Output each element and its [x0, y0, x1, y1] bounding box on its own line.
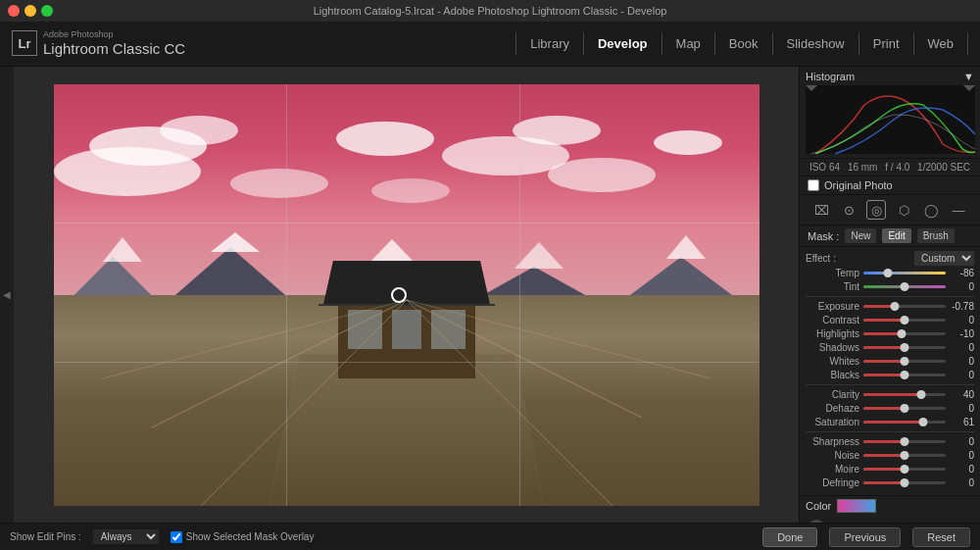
nav-develop[interactable]: Develop: [584, 32, 662, 55]
sharpness-value: 0: [950, 436, 974, 447]
nav-print[interactable]: Print: [859, 32, 914, 55]
hist-clipping-indicator-right[interactable]: [963, 85, 975, 91]
left-panel-toggle[interactable]: ◀: [0, 67, 14, 523]
nav-map[interactable]: Map: [662, 32, 715, 55]
color-swatch[interactable]: [837, 499, 876, 513]
original-photo-label: Original Photo: [824, 179, 893, 191]
contrast-track[interactable]: [863, 319, 946, 322]
window-controls: [8, 5, 53, 17]
slider-saturation: Saturation 61: [806, 417, 974, 427]
photo-container[interactable]: [14, 67, 799, 523]
sharpness-thumb[interactable]: [901, 437, 909, 446]
photo-target[interactable]: [391, 287, 407, 303]
saturation-label: Saturation: [806, 417, 859, 427]
highlights-thumb[interactable]: [897, 329, 906, 338]
minimize-btn[interactable]: [24, 5, 36, 17]
svg-line-22: [201, 300, 407, 506]
saturation-track[interactable]: [863, 421, 946, 424]
effect-select[interactable]: Custom: [914, 251, 974, 266]
temp-thumb[interactable]: [884, 269, 893, 277]
nav-slideshow[interactable]: Slideshow: [773, 32, 859, 55]
blacks-track[interactable]: [863, 374, 946, 376]
tool-spot[interactable]: ⊙: [839, 200, 858, 220]
moire-thumb[interactable]: [901, 465, 909, 474]
original-photo-section: Original Photo: [800, 176, 980, 195]
edit-pins-select[interactable]: Always Never Auto Selected: [93, 529, 159, 544]
defringe-thumb[interactable]: [901, 478, 909, 487]
reset-button[interactable]: Reset: [912, 527, 970, 547]
tint-thumb[interactable]: [901, 282, 909, 291]
svg-line-21: [407, 300, 642, 418]
noise-thumb[interactable]: [901, 451, 909, 460]
previous-button[interactable]: Previous: [829, 527, 901, 547]
eyedropper-tool-row: ✦: [800, 516, 980, 523]
whites-value: 0: [950, 356, 974, 367]
tint-track[interactable]: [863, 285, 946, 288]
maximize-btn[interactable]: [41, 5, 53, 17]
temp-label: Temp: [806, 268, 859, 278]
bottom-status-bar: Show Edit Pins : Always Never Auto Selec…: [0, 523, 980, 550]
whites-thumb[interactable]: [901, 357, 909, 366]
nav-web[interactable]: Web: [914, 32, 969, 55]
nav-book[interactable]: Book: [715, 32, 773, 55]
slider-moire: Moire 0: [806, 464, 974, 475]
exposure-track[interactable]: [863, 305, 946, 308]
sharpness-label: Sharpness: [806, 436, 859, 447]
slider-temp: Temp -86: [806, 268, 974, 278]
show-overlay-checkbox[interactable]: [171, 531, 182, 543]
right-panel: Histogram ▼ ISO: [799, 67, 980, 523]
clarity-thumb[interactable]: [916, 390, 925, 399]
tool-icons-row: ⌧ ⊙ ◎ ⬡ ◯ —: [800, 195, 980, 225]
shadows-thumb[interactable]: [901, 343, 909, 352]
done-button[interactable]: Done: [762, 527, 817, 547]
main-content: ◀: [0, 67, 980, 523]
moire-track[interactable]: [863, 468, 946, 471]
original-photo-checkbox[interactable]: [808, 179, 819, 191]
sharpness-track[interactable]: [863, 440, 946, 443]
contrast-thumb[interactable]: [901, 316, 909, 325]
defringe-value: 0: [950, 477, 974, 488]
hist-clipping-indicator-left[interactable]: [806, 85, 817, 91]
histogram-label: Histogram: [806, 71, 855, 82]
blacks-fill: [863, 374, 905, 376]
defringe-track[interactable]: [863, 481, 946, 484]
moire-value: 0: [950, 464, 974, 475]
defringe-fill: [863, 481, 905, 484]
show-overlay-area: Show Selected Mask Overlay: [171, 531, 315, 543]
temp-track[interactable]: [863, 272, 946, 275]
dehaze-track[interactable]: [863, 407, 946, 410]
noise-track[interactable]: [863, 454, 946, 457]
dehaze-label: Dehaze: [806, 403, 859, 414]
exposure-value: -0.78: [950, 301, 974, 312]
slider-defringe: Defringe 0: [806, 477, 974, 488]
tool-radial[interactable]: ◯: [921, 200, 941, 220]
whites-track[interactable]: [863, 360, 946, 363]
tool-brush[interactable]: —: [949, 200, 968, 220]
close-btn[interactable]: [8, 5, 20, 17]
contrast-fill: [863, 319, 905, 322]
tool-crop[interactable]: ⌧: [811, 200, 831, 220]
shadows-label: Shadows: [806, 342, 859, 353]
eyedropper-icon[interactable]: ✦: [808, 520, 825, 523]
mask-brush-btn[interactable]: Brush: [917, 228, 955, 243]
blacks-thumb[interactable]: [901, 371, 909, 379]
mask-edit-btn[interactable]: Edit: [882, 228, 910, 243]
tool-gradient[interactable]: ⬡: [894, 200, 913, 220]
clarity-track[interactable]: [863, 393, 946, 396]
logo-subtitle: Adobe Photoshop: [43, 29, 185, 40]
nav-library[interactable]: Library: [515, 32, 584, 55]
show-overlay-label: Show Selected Mask Overlay: [186, 531, 315, 542]
window-title: Lightroom Catalog-5.lrcat - Adobe Photos…: [314, 5, 667, 17]
mask-new-btn[interactable]: New: [845, 228, 876, 243]
histogram-expand-icon[interactable]: ▼: [963, 71, 974, 82]
slider-shadows: Shadows 0: [806, 342, 974, 353]
tool-redeye[interactable]: ◎: [866, 200, 886, 220]
clarity-fill: [863, 393, 921, 396]
exposure-thumb[interactable]: [890, 302, 899, 311]
left-arrow-icon: ◀: [3, 289, 11, 300]
shadows-track[interactable]: [863, 346, 946, 349]
moire-fill: [863, 468, 905, 471]
dehaze-thumb[interactable]: [901, 404, 909, 413]
saturation-thumb[interactable]: [919, 418, 928, 426]
highlights-track[interactable]: [863, 332, 946, 335]
